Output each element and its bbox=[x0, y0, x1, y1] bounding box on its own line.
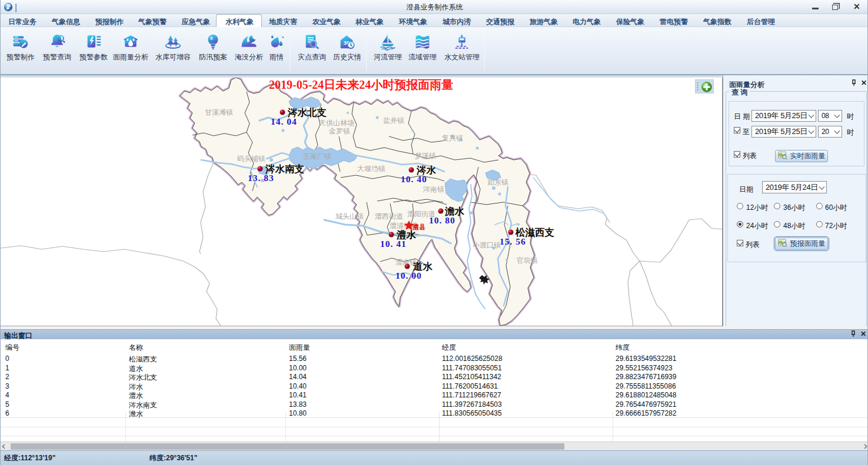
svg-text:官垸镇: 官垸镇 bbox=[517, 256, 538, 265]
svg-text:大堰垱镇: 大堰垱镇 bbox=[357, 165, 385, 173]
svg-text:王家厂镇: 王家厂镇 bbox=[303, 152, 331, 160]
svg-text:盐井镇: 盐井镇 bbox=[383, 116, 404, 125]
svg-text:澧西街道: 澧西街道 bbox=[375, 212, 403, 220]
svg-text:10. 00: 10. 00 bbox=[395, 270, 422, 280]
svg-text:城头山镇: 城头山镇 bbox=[335, 212, 364, 220]
svg-text:复兴镇: 复兴镇 bbox=[442, 134, 463, 142]
svg-text:梦溪镇: 梦溪镇 bbox=[415, 152, 436, 160]
svg-text:码头铺镇: 码头铺镇 bbox=[237, 155, 265, 163]
svg-text:13. 83: 13. 83 bbox=[248, 173, 274, 183]
svg-text:小渡口镇: 小渡口镇 bbox=[473, 241, 501, 249]
svg-text:15. 56: 15. 56 bbox=[500, 236, 526, 246]
svg-text:10. 80: 10. 80 bbox=[429, 215, 455, 225]
svg-text:涔南镇: 涔南镇 bbox=[423, 185, 444, 193]
svg-text:金罗镇: 金罗镇 bbox=[328, 127, 350, 135]
svg-text:10. 41: 10. 41 bbox=[380, 239, 407, 249]
svg-text:天供山林场: 天供山林场 bbox=[319, 119, 354, 127]
svg-text:如东镇: 如东镇 bbox=[487, 178, 508, 186]
svg-text:14. 04: 14. 04 bbox=[271, 116, 297, 126]
svg-text:10. 40: 10. 40 bbox=[401, 174, 427, 184]
svg-text:甘溪滩镇: 甘溪滩镇 bbox=[205, 108, 233, 116]
